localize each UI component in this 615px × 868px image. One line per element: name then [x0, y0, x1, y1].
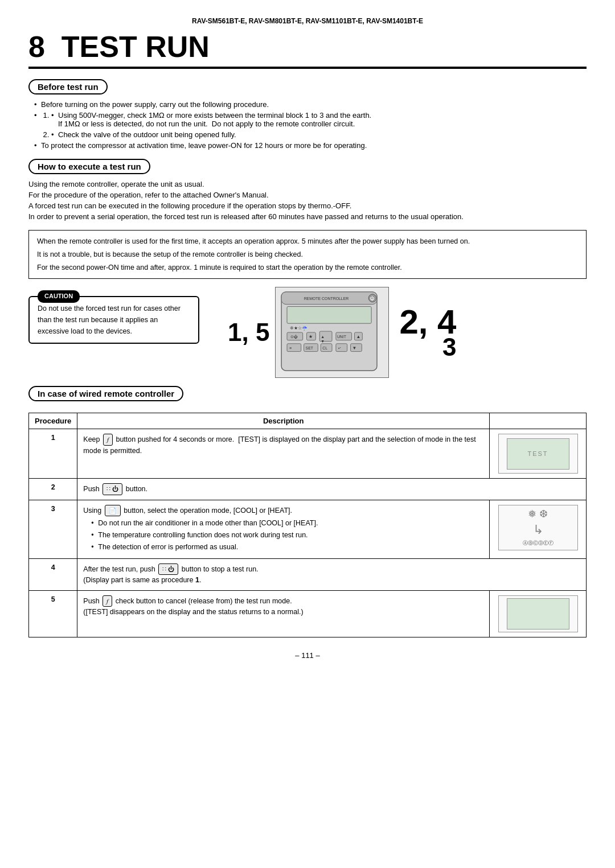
proc-desc-3: Using 📄 button, select the operation mod… [77, 500, 490, 558]
how-to-execute-heading: How to execute a test run [28, 159, 150, 174]
remote-controller-diagram: REMOTE CONTROLLER ⏻ ❈★☆☔ ⊙⏻ ★ ▲ ▼ UNIT [275, 287, 389, 378]
how-para-4: In order to prevent a serial operation, … [28, 212, 587, 221]
proc-img-3: ❅ ❆ ↳ ⒶⒷⒸⒹⒺⒻ [490, 500, 587, 558]
power-btn-icon: ∷ ⏻ [102, 483, 122, 495]
proc-img-1: TEST [490, 429, 587, 479]
numbered-items: Using 500V-megger, check 1MΩ or more exi… [41, 111, 587, 139]
func-button-1: 𝑓 [103, 434, 113, 446]
info-line-1: When the remote controller is used for t… [37, 236, 578, 247]
proc-num-4: 4 [29, 558, 77, 590]
svg-text:CL: CL [323, 346, 328, 350]
check-btn-icon: 𝑓 [102, 595, 112, 607]
table-row: 2 Push ∷ ⏻ button. [29, 479, 587, 500]
table-row: 1 Keep 𝑓 button pushed for 4 seconds or … [29, 429, 587, 479]
info-line-3: For the second power-ON time and after, … [37, 262, 578, 273]
right-numbers: 2, 4 3 [399, 305, 456, 360]
how-to-execute-section: How to execute a test run Using the remo… [28, 159, 587, 221]
how-para-2: For the procedure of the operation, refe… [28, 191, 587, 199]
svg-text:❈★☆☔: ❈★☆☔ [290, 326, 308, 331]
before-numbered-list: Using 500V-megger, check 1MΩ or more exi… [34, 111, 587, 139]
svg-text:≡: ≡ [289, 346, 292, 350]
proc-img-inner-1: TEST [498, 434, 578, 474]
table-row: 5 Push 𝑓 check button to cancel (release… [29, 590, 587, 637]
proc-desc-1: Keep 𝑓 button pushed for 4 seconds or mo… [77, 429, 490, 479]
proc-3-bullet-2: The temperature controlling function doe… [91, 530, 483, 541]
test-label: TEST [527, 450, 548, 457]
mode-btn-icon: 📄 [105, 505, 121, 517]
svg-text:★: ★ [309, 334, 313, 339]
table-row: 3 Using 📄 button, select the operation m… [29, 500, 587, 558]
normal-display-img [507, 598, 569, 630]
page-footer: – 111 – [28, 651, 587, 660]
wired-section: In case of wired remote controller Proce… [28, 386, 587, 637]
test-display-img: TEST [507, 438, 569, 470]
svg-text:⏻: ⏻ [371, 296, 375, 301]
diagram-area: 1, 5 REMOTE CONTROLLER ⏻ ❈★☆☔ ⊙⏻ ★ [211, 287, 456, 378]
proc-3-bullets: Do not run the air conditioner in a mode… [83, 518, 483, 552]
chapter-number: 8 [28, 30, 45, 63]
proc-3-bullet-1: Do not run the air conditioner in a mode… [91, 518, 483, 529]
mode-small-text: ⒶⒷⒸⒹⒺⒻ [523, 540, 554, 547]
chapter-name: TEST RUN [62, 30, 210, 63]
svg-text:▲: ▲ [321, 335, 325, 339]
diagram-num-3: 3 [442, 335, 456, 360]
info-box: When the remote controller is used for t… [28, 230, 587, 279]
warning-label: CAUTION [38, 290, 80, 303]
before-bullet-2: To protect the compressor at activation … [34, 141, 587, 150]
cool-heat-icons: ❅ ❆ [528, 508, 548, 520]
how-para-3: A forced test run can be executed in the… [28, 201, 587, 210]
mode-arrow-icon: ↳ [533, 523, 543, 537]
svg-text:▼: ▼ [352, 345, 357, 351]
proc-img-5 [490, 590, 587, 637]
svg-text:REMOTE CONTROLLER: REMOTE CONTROLLER [304, 297, 349, 301]
procedure-table: Procedure Description 1 Keep 𝑓 button pu… [28, 413, 587, 637]
col-procedure: Procedure [29, 413, 77, 429]
numbered-item-1: Using 500V-megger, check 1MΩ or more exi… [51, 111, 587, 128]
svg-text:⊙⏻: ⊙⏻ [290, 335, 298, 339]
before-test-run-heading: Before test run [28, 79, 108, 94]
proc-num-2: 2 [29, 479, 77, 500]
page-number: – 111 – [295, 651, 319, 660]
how-para-1: Using the remote controller, operate the… [28, 180, 587, 188]
proc-img-inner-3: ❅ ❆ ↳ ⒶⒷⒸⒹⒺⒻ [498, 505, 578, 550]
warning-box: CAUTION Do not use the forced test run f… [28, 296, 199, 344]
svg-text:🗸: 🗸 [338, 346, 342, 350]
col-image-header [490, 413, 587, 429]
info-line-2: It is not a trouble, but is because the … [37, 249, 578, 260]
proc-num-1: 1 [29, 429, 77, 479]
model-header: RAV-SM561BT-E, RAV-SM801BT-E, RAV-SM1101… [28, 17, 587, 25]
numbered-item-2: Check the valve of the outdoor unit bein… [51, 130, 587, 139]
proc-img-inner-5 [498, 595, 578, 632]
diagram-num-15: 1, 5 [228, 318, 269, 347]
middle-section: CAUTION Do not use the forced test run f… [28, 287, 587, 378]
proc-desc-2: Push ∷ ⏻ button. [77, 479, 587, 500]
svg-text:SET: SET [306, 346, 314, 350]
table-row: 4 After the test run, push ∷ ⏻ button to… [29, 558, 587, 590]
before-bullet-1: Before turning on the power supply, carr… [34, 100, 587, 109]
svg-text:▲: ▲ [356, 334, 361, 339]
proc-desc-5: Push 𝑓 check button to cancel (release f… [77, 590, 490, 637]
svg-text:▼: ▼ [321, 339, 325, 343]
svg-rect-5 [287, 307, 371, 324]
wired-heading: In case of wired remote controller [28, 386, 183, 401]
stop-btn-icon: ∷ ⏻ [158, 563, 178, 575]
proc-3-bullet-3: The detection of error is performed as u… [91, 542, 483, 553]
chapter-title: 8 TEST RUN [28, 31, 587, 69]
before-bullets: Before turning on the power supply, carr… [28, 100, 587, 150]
proc-num-5: 5 [29, 590, 77, 637]
col-description: Description [77, 413, 490, 429]
before-test-run-section: Before test run Before turning on the po… [28, 79, 587, 150]
svg-text:UNIT: UNIT [337, 335, 347, 339]
proc-num-3: 3 [29, 500, 77, 558]
proc-desc-4: After the test run, push ∷ ⏻ button to s… [77, 558, 587, 590]
warning-text: Do not use the forced test run for cases… [38, 303, 190, 337]
